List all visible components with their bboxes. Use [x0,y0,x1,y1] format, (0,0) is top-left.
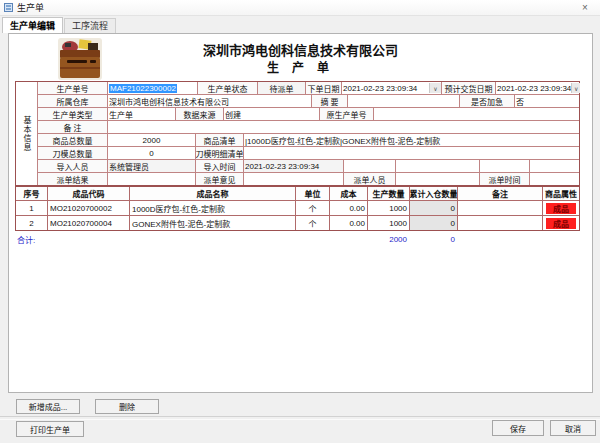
product-attr-badge[interactable]: 成品 [546,218,576,229]
delete-button[interactable]: 删除 [95,399,159,414]
remark-field[interactable] [108,121,580,133]
order-no-field[interactable]: MAF21022300002 [108,82,198,94]
urgent-label: 是否加急 [460,95,515,107]
tab-process-flow[interactable]: 工序流程 [64,18,116,33]
table-header-row: 序号 成品代码 成品名称 单位 成本 生产数量 累计入仓数量 备注 商品属性 [16,187,579,201]
form-row: 所属仓库 深圳市鸿电创科信息技术有限公司 摘 要 是否加急 否 [38,95,579,108]
form-row: 备 注 [38,121,579,134]
orig-order-no-label: 原生产单号 [320,108,374,120]
form-row: 生产单号 MAF21022300002 生产单状态 待派单 下单日期 2021-… [38,82,579,95]
form-row: 商品总数量 2000 商品清单 |1000D医疗包-红色-定制款|GONEX附件… [38,134,579,147]
product-name-cell: GONEX附件包-泥色-定制款 [130,216,296,230]
window-titlebar: 生产单 [0,0,600,16]
empty-cell [396,160,480,172]
add-product-button[interactable]: 新增成品... [16,399,80,414]
urgent-field[interactable]: 否 [515,95,580,107]
cancel-button[interactable]: 取消 [550,420,596,436]
window-title: 生产单 [17,1,44,14]
form-row: 刀模总数量 0 刀模明细清单 [38,147,579,160]
close-icon[interactable]: × [577,2,593,14]
dispatch-opinion-label: 派单意见 [196,173,244,185]
qty-cell[interactable]: 1000 [368,201,410,215]
document-title: 生 产 单 [9,58,592,76]
row-no-cell: 1 [16,201,48,215]
app-icon [4,3,13,12]
basic-info-band: 基本信息 [16,82,38,185]
table-row[interactable]: 1 MO21020700002 1000D医疗包-红色-定制款 个 0.00 1… [16,201,579,216]
product-code-cell: MO21020700002 [48,201,130,215]
cost-cell: 0.00 [330,201,368,215]
empty-cell [530,160,580,172]
attr-cell: 成品 [543,216,579,230]
order-no-selected-text: MAF21022300002 [109,84,177,93]
import-time-field: 2021-02-23 23:09:34 [244,160,344,172]
remark-cell[interactable] [458,201,543,215]
company-name: 深圳市鸿电创科信息技术有限公司 [9,40,592,59]
product-list-field[interactable]: |1000D医疗包-红色-定制款|GONEX附件包-泥色-定制款 [244,134,580,146]
die-list-label: 刀模明细清单 [196,147,244,159]
data-source-field[interactable]: 创建 [224,108,320,120]
totals-row: 合计: 2000 0 [15,233,580,245]
order-date-field[interactable]: 2021-02-23 23:09:34 ∨ [342,82,442,94]
col-no: 序号 [16,187,48,200]
form-row: 生产单类型 生产单 数据来源 创建 原生产单号 [38,108,579,121]
in-qty-cell: 0 [410,201,458,215]
die-qty-label: 刀模总数量 [38,147,108,159]
tab-strip: 生产单编辑 工序流程 [0,16,600,33]
status-field: 待派单 [258,82,306,94]
table-row[interactable]: 2 MO21020700004 GONEX附件包-泥色-定制款 个 0.00 1… [16,216,579,230]
dispatcher-field [396,173,480,185]
dispatch-time-label: 派单时间 [480,173,530,185]
chevron-down-icon[interactable]: ∨ [571,83,580,93]
product-list-label: 商品清单 [196,134,244,146]
warehouse-label: 所属仓库 [38,95,108,107]
chevron-down-icon[interactable]: ∨ [429,83,441,93]
form-row: 导入人员 系统管理员 导入时间 2021-02-23 23:09:34 [38,160,579,173]
order-date-label: 下单日期 [306,82,342,94]
print-order-button[interactable]: 打印生产单 [16,421,84,437]
delivery-date-label: 预计交货日期 [442,82,496,94]
order-no-label: 生产单号 [38,82,108,94]
die-qty-field: 0 [108,147,196,159]
cost-cell: 0.00 [330,216,368,230]
import-time-label: 导入时间 [196,160,244,172]
order-type-field[interactable]: 生产单 [108,108,176,120]
dispatch-result-label: 派单结果 [38,173,108,185]
delivery-date-field[interactable]: 2021-02-23 23:09:34 ∨ [496,82,580,94]
unit-cell: 个 [296,201,330,215]
col-unit: 单位 [296,187,330,200]
col-cost: 成本 [330,187,368,200]
empty-cell [480,160,530,172]
delivery-date-value: 2021-02-23 23:09:34 [497,84,571,93]
qty-cell[interactable]: 1000 [368,216,410,230]
dispatch-time-field [530,173,580,185]
save-button[interactable]: 保存 [492,420,544,436]
warehouse-field[interactable]: 深圳市鸿电创科信息技术有限公司 [108,95,312,107]
orig-order-no-field[interactable] [374,108,580,120]
unit-cell: 个 [296,216,330,230]
dispatcher-label: 派单人员 [344,173,396,185]
total-qty-field: 2000 [108,134,196,146]
product-attr-badge[interactable]: 成品 [546,203,576,214]
tab-production-order-edit[interactable]: 生产单编辑 [2,17,63,33]
basic-info-section: 基本信息 生产单号 MAF21022300002 生产单状态 待派单 下单日期 … [15,81,580,186]
importer-label: 导入人员 [38,160,108,172]
status-label: 生产单状态 [198,82,258,94]
basic-info-label: 基本信息 [21,116,32,152]
remark-cell[interactable] [458,216,543,230]
product-name-cell: 1000D医疗包-红色-定制款 [130,201,296,215]
order-date-value: 2021-02-23 23:09:34 [343,84,417,93]
total-qty-label: 商品总数量 [38,134,108,146]
content-panel: 深圳市鸿电创科信息技术有限公司 生 产 单 基本信息 生产单号 MAF21022… [8,33,593,393]
total-qty-value: 2000 [367,235,409,244]
total-label: 合计: [15,234,129,245]
die-list-field[interactable] [244,147,580,159]
empty-cell [344,160,396,172]
dispatch-opinion-field [244,173,344,185]
summary-field[interactable] [348,95,460,107]
importer-field: 系统管理员 [108,160,196,172]
summary-label: 摘 要 [312,95,348,107]
col-in-qty: 累计入仓数量 [410,187,458,200]
dispatch-result-field [108,173,196,185]
col-attr: 商品属性 [543,187,579,200]
